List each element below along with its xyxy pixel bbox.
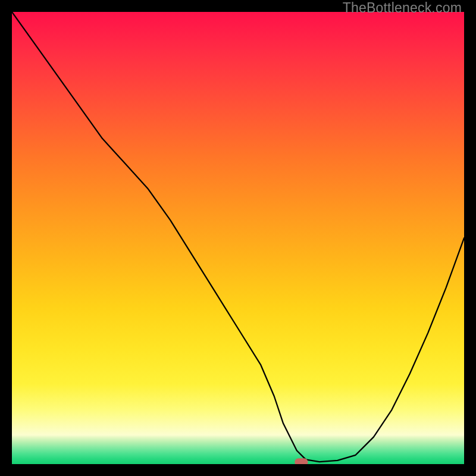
curve-svg (12, 12, 464, 464)
curve-path (12, 12, 464, 462)
watermark-text: TheBottleneck.com (343, 0, 462, 16)
dip-marker (295, 458, 308, 464)
chart-frame: TheBottleneck.com (0, 0, 476, 476)
plot-area (12, 12, 464, 464)
